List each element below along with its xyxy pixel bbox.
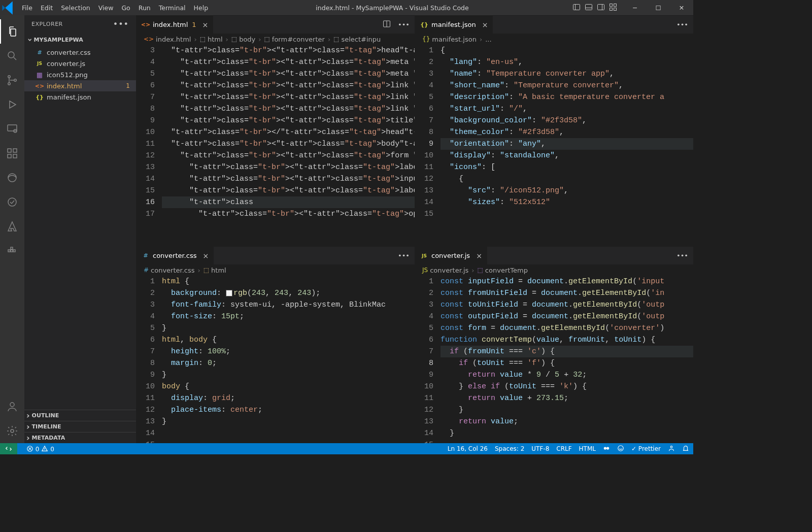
breadcrumb-item[interactable]: select#inpu xyxy=(341,36,381,43)
breadcrumb[interactable]: # converter.css› ⬚ html xyxy=(137,264,415,276)
layout-sidebar-right-icon[interactable] xyxy=(597,3,605,13)
status-cursor-position[interactable]: Ln 16, Col 26 xyxy=(448,445,488,452)
status-notifications-icon[interactable] xyxy=(682,445,689,453)
tab-converter-js[interactable]: JS converter.js × xyxy=(415,247,488,264)
close-icon[interactable]: × xyxy=(476,252,482,260)
activity-search[interactable] xyxy=(0,44,24,68)
svg-point-22 xyxy=(8,198,16,206)
menu-go[interactable]: Go xyxy=(117,4,134,12)
svg-point-28 xyxy=(11,429,14,433)
status-language[interactable]: HTML xyxy=(579,445,596,452)
breadcrumb-item[interactable]: convertTemp xyxy=(485,267,528,274)
section-metadata[interactable]: METADATA xyxy=(24,432,136,443)
breadcrumb-item[interactable]: form#converter xyxy=(272,36,325,43)
symbol-icon: ⬚ xyxy=(200,36,206,43)
close-icon[interactable]: × xyxy=(202,21,209,29)
status-eol[interactable]: CRLF xyxy=(556,445,571,452)
editor-pane-converter-css: # converter.css × ••• # converter.css› ⬚… xyxy=(136,246,415,443)
symbol-icon: ⬚ xyxy=(264,36,270,43)
section-outline[interactable]: OUTLINE xyxy=(24,410,136,421)
menu-terminal[interactable]: Terminal xyxy=(155,4,190,12)
file-item[interactable]: JSconverter.js xyxy=(24,58,136,69)
breadcrumb-item[interactable]: html xyxy=(211,267,226,274)
svg-rect-18 xyxy=(8,154,11,158)
remote-indicator[interactable] xyxy=(0,443,17,454)
menu-run[interactable]: Run xyxy=(134,4,155,12)
activity-account[interactable] xyxy=(0,394,24,419)
line-gutter: 123456789101112131415 xyxy=(137,276,162,443)
minimize-button[interactable]: ─ xyxy=(623,4,647,12)
close-window-button[interactable]: ✕ xyxy=(670,4,693,12)
breadcrumb-item[interactable]: converter.css xyxy=(151,267,194,274)
breadcrumb-item[interactable]: body xyxy=(239,36,255,43)
folder-header[interactable]: MYSAMPLEPWA xyxy=(24,33,136,47)
menu-edit[interactable]: Edit xyxy=(37,4,57,12)
editor-grid: <> index.html 1 × ••• <> index.html› ⬚ h… xyxy=(136,15,693,443)
menu-help[interactable]: Help xyxy=(190,4,213,12)
status-indentation[interactable]: Spaces: 2 xyxy=(495,445,524,452)
activity-run-debug[interactable] xyxy=(0,92,24,117)
tab-manifest-json[interactable]: {} manifest.json × xyxy=(415,16,493,34)
file-item[interactable]: #converter.css xyxy=(24,47,136,58)
section-timeline[interactable]: TIMELINE xyxy=(24,421,136,432)
close-icon[interactable]: × xyxy=(482,21,488,29)
breadcrumb-item[interactable]: manifest.json xyxy=(432,36,477,43)
activity-remote-explorer[interactable] xyxy=(0,117,24,141)
code-content[interactable]: const inputField = document.getElementBy… xyxy=(441,276,693,443)
split-editor-icon[interactable] xyxy=(383,20,391,29)
activity-testing[interactable] xyxy=(0,190,24,214)
svg-point-12 xyxy=(8,76,10,78)
activity-azure[interactable] xyxy=(0,214,24,239)
breadcrumb[interactable]: JS converter.js› ⬚ convertTemp xyxy=(415,264,693,276)
file-item[interactable]: ▦icon512.png xyxy=(24,69,136,80)
activity-edge[interactable] xyxy=(0,165,24,190)
sidebar-more-icon[interactable]: ••• xyxy=(113,19,129,29)
more-actions-icon[interactable]: ••• xyxy=(398,252,410,259)
code-editor[interactable]: 34567891011121314151617 "t-attr">class="… xyxy=(137,45,415,246)
svg-rect-23 xyxy=(8,250,10,252)
svg-rect-15 xyxy=(8,125,17,131)
layout-panel-icon[interactable] xyxy=(585,3,593,13)
more-actions-icon[interactable]: ••• xyxy=(676,252,688,259)
menu-view[interactable]: View xyxy=(94,4,118,12)
css-file-icon: # xyxy=(142,252,150,260)
status-encoding[interactable]: UTF-8 xyxy=(531,445,549,452)
status-copilot-icon[interactable] xyxy=(603,445,610,453)
activity-source-control[interactable] xyxy=(0,68,24,92)
maximize-button[interactable]: ☐ xyxy=(647,4,670,12)
breadcrumb-item[interactable]: index.html xyxy=(156,36,191,43)
status-feedback-icon[interactable] xyxy=(617,445,624,453)
code-content[interactable]: { "lang": "en-us", "name": "Temperature … xyxy=(441,45,693,246)
status-live-share-icon[interactable] xyxy=(668,445,675,453)
menu-selection[interactable]: Selection xyxy=(57,4,94,12)
status-prettier[interactable]: ✓ Prettier xyxy=(631,445,661,452)
file-item[interactable]: <>index.html1 xyxy=(24,80,136,91)
file-item[interactable]: {}manifest.json xyxy=(24,91,136,103)
menu-bar: File Edit Selection View Go Run Terminal… xyxy=(18,4,212,12)
status-problems[interactable]: 0 0 xyxy=(26,445,54,453)
css-file-icon: # xyxy=(36,48,44,56)
code-editor[interactable]: 123456789101112131415 html { background:… xyxy=(137,276,415,443)
breadcrumb-item[interactable]: converter.js xyxy=(430,267,468,274)
code-content[interactable]: html { background: rgb(243, 243, 243); f… xyxy=(162,276,415,443)
activity-explorer[interactable] xyxy=(0,19,24,44)
activity-extensions[interactable] xyxy=(0,141,24,165)
menu-file[interactable]: File xyxy=(18,4,37,12)
breadcrumb-item[interactable]: html xyxy=(208,36,223,43)
breadcrumb-item[interactable]: ... xyxy=(485,36,491,43)
layout-sidebar-left-icon[interactable] xyxy=(572,3,581,13)
more-actions-icon[interactable]: ••• xyxy=(398,21,410,28)
line-gutter: 123456789101112131415 xyxy=(415,45,441,246)
more-actions-icon[interactable]: ••• xyxy=(676,21,688,28)
code-editor[interactable]: 123456789101112131415 const inputField =… xyxy=(415,276,693,443)
breadcrumb[interactable]: <> index.html› ⬚ html› ⬚ body› ⬚ form#co… xyxy=(137,34,415,45)
breadcrumb[interactable]: {} manifest.json› ... xyxy=(415,34,693,45)
code-editor[interactable]: 123456789101112131415 { "lang": "en-us",… xyxy=(415,45,693,246)
layout-customize-icon[interactable] xyxy=(609,3,617,13)
activity-settings[interactable] xyxy=(0,419,24,443)
activity-docker[interactable] xyxy=(0,239,24,263)
tab-converter-css[interactable]: # converter.css × xyxy=(137,247,214,264)
code-content[interactable]: "t-attr">class="t-br"><"t-attr">class="t… xyxy=(162,45,415,246)
close-icon[interactable]: × xyxy=(202,252,209,260)
tab-index-html[interactable]: <> index.html 1 × xyxy=(137,16,214,34)
